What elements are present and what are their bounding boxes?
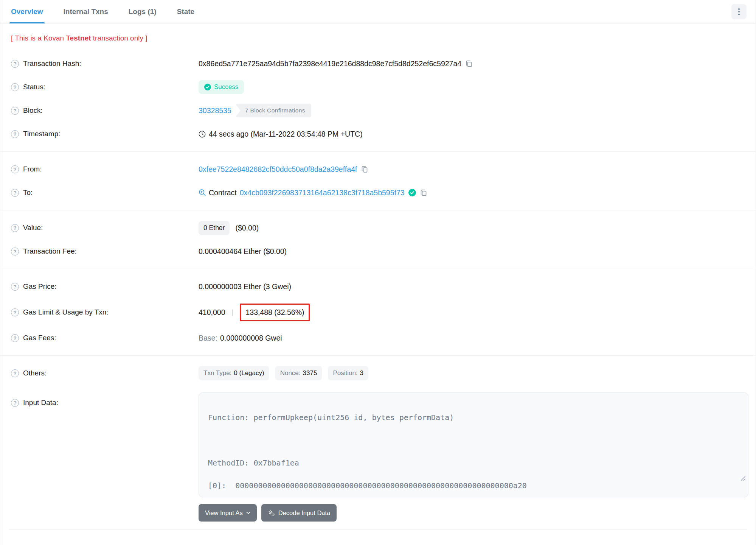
help-icon[interactable] bbox=[11, 224, 19, 232]
to-address-link[interactable]: 0x4cb093f226983713164a62138c3f718a5b595f… bbox=[240, 188, 405, 197]
separator-bar: | bbox=[232, 308, 234, 316]
input-line: [0]: 00000000000000000000000000000000000… bbox=[208, 480, 739, 491]
help-icon[interactable] bbox=[11, 60, 19, 68]
row-input-data: Input Data: Function: performUpkeep(uint… bbox=[11, 392, 745, 522]
section-summary: Transaction Hash: 0x86ed5a771e725aa94d5b… bbox=[0, 46, 756, 151]
help-icon[interactable] bbox=[11, 369, 19, 377]
position-value: 3 bbox=[360, 369, 363, 377]
nonce-key: Nonce: bbox=[280, 369, 301, 377]
gas-price-label: Gas Price: bbox=[23, 282, 57, 291]
check-circle-icon bbox=[204, 84, 211, 90]
row-timestamp: Timestamp: 44 secs ago (Mar-11-2022 03:5… bbox=[11, 122, 745, 146]
help-icon[interactable] bbox=[11, 189, 19, 197]
gas-fees-base-value: 0.000000008 Gwei bbox=[220, 334, 282, 343]
position-badge: Position: 3 bbox=[328, 366, 368, 380]
usd-value: ($0.00) bbox=[235, 224, 259, 232]
help-icon[interactable] bbox=[11, 283, 19, 291]
section-gas: Gas Price: 0.000000003 Ether (3 Gwei) Ga… bbox=[0, 269, 756, 355]
view-input-as-label: View Input As bbox=[205, 509, 243, 517]
tab-logs[interactable]: Logs (1) bbox=[127, 0, 158, 23]
notice-prefix: [ This is a Kovan bbox=[11, 34, 66, 42]
txn-type-badge: Txn Type: 0 (Legacy) bbox=[199, 366, 269, 380]
value-label: Value: bbox=[23, 224, 43, 232]
input-data-label: Input Data: bbox=[23, 399, 58, 407]
status-label: Status: bbox=[23, 83, 45, 91]
resize-handle[interactable] bbox=[686, 461, 746, 495]
tab-overview[interactable]: Overview bbox=[9, 0, 45, 23]
tab-internal-txns[interactable]: Internal Txns bbox=[62, 0, 110, 23]
transaction-fee-value: 0.000400464 Ether ($0.00) bbox=[199, 247, 287, 256]
transaction-fee-label: Transaction Fee: bbox=[23, 247, 77, 255]
gas-usage-value: 133,488 (32.56%) bbox=[245, 308, 304, 316]
row-others: Others: Txn Type: 0 (Legacy) Nonce: 3375… bbox=[11, 361, 745, 385]
help-icon[interactable] bbox=[11, 248, 19, 255]
chevron-down-icon bbox=[246, 511, 250, 514]
row-transaction-hash: Transaction Hash: 0x86ed5a771e725aa94d5b… bbox=[11, 52, 745, 75]
view-input-as-button[interactable]: View Input As bbox=[199, 504, 257, 522]
status-badge: Success bbox=[199, 80, 244, 94]
ether-value-badge: 0 Ether bbox=[199, 221, 230, 235]
nonce-badge: Nonce: 3375 bbox=[275, 366, 322, 380]
testnet-notice: [ This is a Kovan Testnet transaction on… bbox=[0, 23, 756, 46]
help-icon[interactable] bbox=[11, 399, 19, 407]
block-number-link[interactable]: 30328535 bbox=[199, 106, 231, 115]
kebab-icon bbox=[738, 8, 740, 15]
status-text: Success bbox=[214, 83, 238, 91]
to-label: To: bbox=[23, 188, 33, 197]
txn-type-value: 0 (Legacy) bbox=[234, 369, 264, 377]
section-value: Value: 0 Ether ($0.00) Transaction Fee: … bbox=[0, 210, 756, 269]
bottom-spacer bbox=[0, 530, 756, 545]
copy-icon[interactable] bbox=[420, 189, 427, 196]
copy-icon[interactable] bbox=[465, 60, 473, 67]
gas-fees-base-label: Base: bbox=[199, 334, 217, 343]
zoom-in-icon[interactable] bbox=[199, 189, 206, 196]
row-transaction-fee: Transaction Fee: 0.000400464 Ether ($0.0… bbox=[11, 240, 745, 263]
row-gas-fees: Gas Fees: Base: 0.000000008 Gwei bbox=[11, 326, 745, 350]
gas-limit-label: Gas Limit & Usage by Txn: bbox=[23, 308, 109, 316]
section-others-input: Others: Txn Type: 0 (Legacy) Nonce: 3375… bbox=[0, 356, 756, 527]
help-icon[interactable] bbox=[11, 130, 19, 138]
input-line: Function: performUpkeep(uint256 id, byte… bbox=[208, 412, 739, 423]
help-icon[interactable] bbox=[11, 308, 19, 316]
nonce-value: 3375 bbox=[303, 369, 317, 377]
more-options-button[interactable] bbox=[731, 4, 747, 19]
help-icon[interactable] bbox=[11, 83, 19, 91]
notice-suffix: transaction only ] bbox=[91, 34, 147, 42]
notice-bold: Testnet bbox=[66, 34, 91, 42]
decode-input-data-button[interactable]: Decode Input Data bbox=[261, 504, 337, 522]
block-label: Block: bbox=[23, 106, 43, 115]
row-to: To: Contract 0x4cb093f226983713164a62138… bbox=[11, 181, 745, 204]
clock-icon bbox=[199, 131, 206, 138]
gears-icon bbox=[268, 509, 275, 517]
position-key: Position: bbox=[333, 369, 357, 377]
txn-type-key: Txn Type: bbox=[203, 369, 231, 377]
from-address-link[interactable]: 0xfee7522e8482682cf50ddc50a0f8da2a39effa… bbox=[199, 165, 357, 174]
row-status: Status: Success bbox=[11, 75, 745, 99]
transaction-hash-label: Transaction Hash: bbox=[23, 59, 81, 68]
verified-check-icon bbox=[408, 189, 416, 196]
others-label: Others: bbox=[23, 369, 47, 377]
input-line bbox=[208, 434, 739, 446]
input-line: MethodID: 0x7bbaf1ea bbox=[208, 457, 739, 469]
row-value: Value: 0 Ether ($0.00) bbox=[11, 216, 745, 240]
help-icon[interactable] bbox=[11, 334, 19, 342]
tab-state[interactable]: State bbox=[175, 0, 196, 23]
decode-input-data-label: Decode Input Data bbox=[278, 509, 331, 517]
timestamp-value: 44 secs ago (Mar-11-2022 03:54:48 PM +UT… bbox=[209, 130, 363, 139]
row-gas-limit-usage: Gas Limit & Usage by Txn: 410,000 | 133,… bbox=[11, 298, 745, 326]
section-addresses: From: 0xfee7522e8482682cf50ddc50a0f8da2a… bbox=[0, 152, 756, 210]
block-confirmations-badge: 7 Block Confirmations bbox=[235, 104, 311, 117]
copy-icon[interactable] bbox=[361, 165, 368, 173]
row-gas-price: Gas Price: 0.000000003 Ether (3 Gwei) bbox=[11, 275, 745, 298]
transaction-hash-value: 0x86ed5a771e725aa94d5b7fa2398e4419e216d8… bbox=[199, 59, 461, 68]
transaction-detail-card: Overview Internal Txns Logs (1) State [ … bbox=[0, 0, 756, 545]
input-data-textarea[interactable]: Function: performUpkeep(uint256 id, byte… bbox=[199, 392, 748, 497]
help-icon[interactable] bbox=[11, 165, 19, 173]
help-icon[interactable] bbox=[11, 107, 19, 115]
row-from: From: 0xfee7522e8482682cf50ddc50a0f8da2a… bbox=[11, 157, 745, 181]
gas-limit-value: 410,000 bbox=[199, 308, 225, 317]
row-block: Block: 30328535 7 Block Confirmations bbox=[11, 99, 745, 122]
timestamp-label: Timestamp: bbox=[23, 130, 61, 138]
tab-bar: Overview Internal Txns Logs (1) State bbox=[0, 0, 756, 23]
to-contract-word: Contract bbox=[209, 188, 237, 197]
